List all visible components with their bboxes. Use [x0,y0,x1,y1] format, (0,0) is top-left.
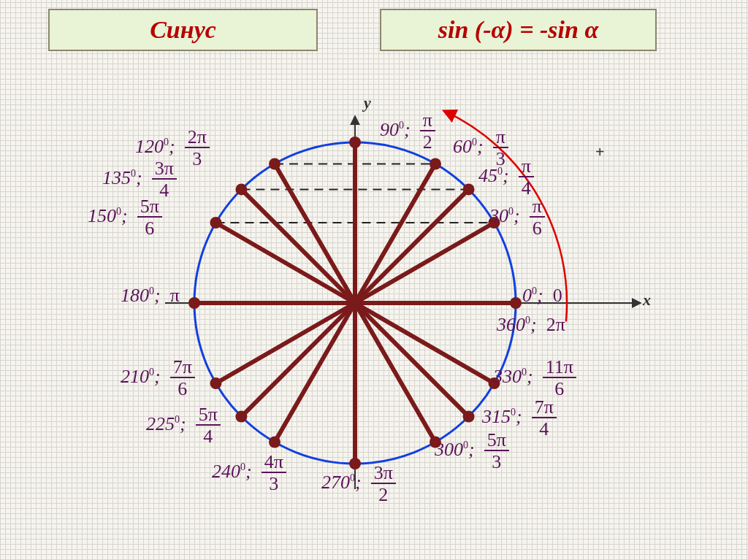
angle-label-225: 2250; 5π4 [146,405,221,446]
angle-label-210: 2100; 7π6 [121,358,195,399]
radius-dot [463,411,475,423]
radius-dot [188,297,200,309]
radius-dot [235,411,247,423]
angle-label-120: 1200; 2π3 [135,128,210,169]
radius-dot [235,183,247,195]
angle-label-45: 450; π4 [478,157,534,198]
angle-label-330: 3300; 11π6 [493,358,576,399]
axis-label-y: y [364,93,371,112]
angle-label-90: 900; π2 [380,111,435,152]
axis-label-x: x [643,291,651,310]
radius-dot [430,158,441,169]
radius-dot [269,437,280,448]
angle-label-360: 3600; 2π [497,314,565,336]
radius-dot [269,158,280,169]
angle-label-270: 2700; 3π2 [321,464,396,505]
plus-sign: + [595,142,605,161]
angle-label-180: 1800; π [121,285,180,307]
angle-label-30: 300; π6 [489,197,545,238]
angle-label-150: 1500; 5π6 [88,197,162,238]
radius-dot [349,137,361,148]
radius-dot [510,297,522,309]
angle-label-240: 2400; 4π3 [212,453,286,494]
radius-dot [210,377,221,389]
radius-dot [463,183,475,195]
angle-label-300: 3000; 5π3 [435,431,509,472]
radius-dot [210,217,221,229]
angle-label-0: 00; 0 [522,285,562,307]
